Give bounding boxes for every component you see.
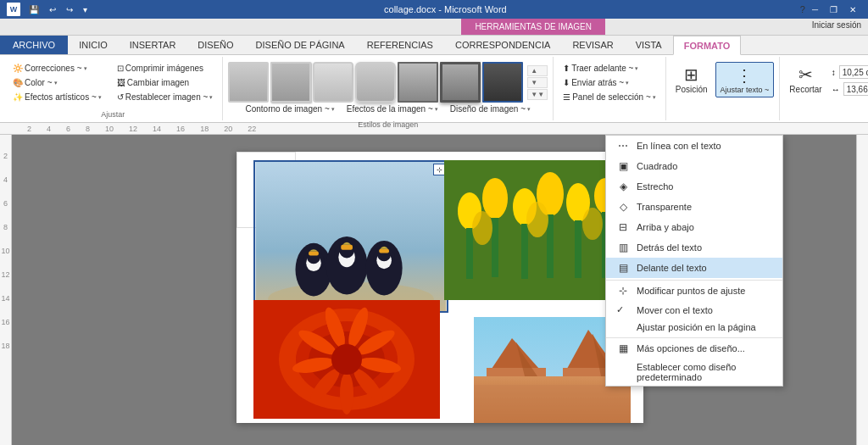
traer-icon: ⬆ [563, 64, 570, 73]
width-icon: ↕ [832, 68, 836, 77]
style-scroll-more[interactable]: ▼▼ [527, 89, 548, 100]
menu-arriba-abajo[interactable]: ⊟ Arriba y abajo [606, 217, 782, 237]
posicion-label [721, 108, 724, 119]
vertical-scrollbar[interactable] [856, 135, 868, 445]
correcciones-button[interactable]: 🔆 Correcciones ~ ▾ [8, 62, 106, 75]
svg-point-48 [331, 344, 362, 375]
style-scroll-up[interactable]: ▲ [527, 65, 548, 76]
vertical-ruler: 2 4 6 8 10 12 14 16 18 [0, 135, 12, 445]
efectos-artisticos-icon: ✨ [13, 92, 23, 102]
tab-diseno[interactable]: DISEÑO [186, 36, 244, 54]
menu-delante[interactable]: ▤ Delante del texto [606, 258, 782, 278]
traer-arrow: ▾ [635, 65, 638, 72]
ribbon-group-estilos: ▲ ▼ ▼▼ Contorno de imagen ~ ▾ Efectos de… [223, 57, 554, 120]
help-button[interactable]: ? [800, 4, 805, 14]
enviar-arrow: ▾ [626, 80, 629, 86]
svg-rect-53 [487, 368, 546, 376]
ruler-tick: 20 [224, 125, 232, 133]
tab-inicio[interactable]: INICIO [68, 36, 119, 54]
ruler-tick: 2 [27, 125, 31, 133]
ruler-tick: 22 [248, 125, 256, 133]
menu-transparente[interactable]: ◇ Transparente [606, 197, 782, 217]
posicion-button[interactable]: ⊞ Posición [671, 62, 712, 97]
tab-revisar[interactable]: REVISAR [561, 36, 624, 54]
image-height-input[interactable] [843, 82, 868, 96]
traer-adelante-button[interactable]: ⬆ Traer adelante ~ ▾ [559, 62, 660, 75]
contorno-imagen-button[interactable]: Contorno de imagen ~ ▾ [242, 103, 339, 115]
svg-rect-11 [341, 245, 353, 250]
tab-correspondencia[interactable]: CORRESPONDENCIA [444, 36, 561, 54]
style-scroll-down[interactable]: ▼ [527, 77, 548, 88]
menu-estrecho[interactable]: ◈ Estrecho [606, 176, 782, 197]
tab-archivo[interactable]: ARCHIVO [0, 36, 68, 54]
efectos-imagen-arrow: ▾ [435, 106, 438, 113]
restablecer-imagen-button[interactable]: ↺ Restablecer imagen ~ ▾ [113, 91, 218, 103]
width-row: ↕ [832, 65, 868, 79]
restore-button[interactable]: ❐ [825, 4, 843, 15]
wrap-text-dropdown: ⋯ En línea con el texto ▣ Cuadrado ◈ Est… [605, 135, 783, 387]
flower-image[interactable] [253, 300, 440, 419]
penguin-image[interactable]: ⊹ [253, 160, 448, 313]
mas-opciones-icon: ▦ [616, 342, 630, 355]
menu-modificar[interactable]: ⊹ Modificar puntos de ajuste [606, 280, 782, 301]
style-thumb-7[interactable] [482, 62, 523, 103]
tab-formato[interactable]: FORMATO [673, 36, 742, 55]
horizontal-ruler: 2 4 6 8 10 12 14 16 18 20 22 [0, 123, 868, 135]
menu-cuadrado[interactable]: ▣ Cuadrado [606, 156, 782, 176]
svg-rect-22 [492, 218, 498, 277]
collage-area: ⊹ [236, 152, 643, 423]
recortar-button[interactable]: ✂ Recortar [785, 62, 826, 97]
menu-ajustar-pos[interactable]: Ajustar posición en la página [606, 319, 782, 336]
undo-qat-btn[interactable]: ↩ [46, 4, 59, 15]
ribbon-panel: 🔆 Correcciones ~ ▾ 🎨 Color ~ ▾ ✨ Efectos… [0, 55, 868, 123]
style-thumb-2[interactable] [270, 62, 311, 103]
recortar-label [838, 108, 841, 119]
diseno-imagen-arrow: ▾ [527, 106, 531, 113]
ajustar-texto-button[interactable]: ⋮ Ajustar texto ~ [715, 62, 775, 97]
customize-qat-btn[interactable]: ▾ [80, 4, 91, 15]
style-thumb-4[interactable] [355, 62, 396, 103]
menu-detras[interactable]: ▥ Detrás del texto [606, 237, 782, 258]
menu-en-linea[interactable]: ⋯ En línea con el texto [606, 136, 782, 156]
style-thumb-5[interactable] [398, 62, 438, 103]
ribbon-group-recortar: ✂ Recortar ↕ ↔ [780, 57, 868, 120]
close-button[interactable]: ✕ [844, 4, 861, 15]
efectos-imagen-button[interactable]: Efectos de la imagen ~ ▾ [342, 103, 442, 115]
ruler-tick: 4 [47, 125, 51, 133]
svg-rect-57 [474, 385, 631, 423]
tulip-image[interactable] [444, 160, 626, 300]
panel-icon: ☰ [563, 92, 570, 102]
tab-vista[interactable]: VISTA [625, 36, 673, 54]
svg-rect-16 [379, 249, 389, 253]
ribbon-group-posicion: ⊞ Posición ⋮ Ajustar texto ~ [666, 57, 781, 120]
style-scroll: ▲ ▼ ▼▼ [527, 65, 548, 100]
login-button[interactable]: Iniciar sesión [812, 20, 861, 30]
panel-arrow: ▾ [653, 94, 656, 101]
menu-mas-opciones[interactable]: ▦ Más opciones de diseño... [606, 337, 782, 359]
ruler-tick: 6 [66, 125, 70, 133]
selection-handle[interactable]: ⊹ [433, 164, 445, 175]
diseno-imagen-button[interactable]: Diseño de imagen ~ ▾ [446, 103, 535, 115]
comprimir-imagenes-button[interactable]: ⊡ Comprimir imágenes [113, 62, 218, 75]
style-thumb-3[interactable] [313, 62, 353, 103]
style-thumb-6[interactable] [440, 62, 481, 103]
image-width-input[interactable] [839, 65, 868, 79]
panel-seleccion-button[interactable]: ☰ Panel de selección ~ ▾ [559, 91, 660, 103]
restablecer-arrow: ▾ [209, 94, 213, 101]
efectos-artisticos-button[interactable]: ✨ Efectos artísticos ~ ▾ [8, 91, 106, 103]
enviar-atras-button[interactable]: ⬇ Enviar atrás ~ ▾ [559, 76, 660, 89]
tab-insertar[interactable]: INSERTAR [119, 36, 187, 54]
cambiar-imagen-button[interactable]: 🖼 Cambiar imagen [113, 76, 218, 89]
minimize-button[interactable]: ─ [807, 4, 823, 15]
menu-establecer[interactable]: Establecer como diseño predeterminado [606, 359, 782, 386]
tab-diseno-pagina[interactable]: DISEÑO DE PÁGINA [245, 36, 356, 54]
menu-mover[interactable]: ✓ Mover con el texto [606, 301, 782, 319]
redo-qat-btn[interactable]: ↪ [63, 4, 76, 15]
color-button[interactable]: 🎨 Color ~ ▾ [8, 76, 106, 89]
save-qat-btn[interactable]: 💾 [25, 4, 42, 15]
svg-point-32 [526, 202, 548, 237]
ruler-tick: 16 [176, 125, 185, 133]
tab-referencias[interactable]: REFERENCIAS [356, 36, 444, 54]
ajustar-texto-icon: ⋮ [736, 65, 753, 86]
style-thumb-1[interactable] [228, 62, 269, 103]
